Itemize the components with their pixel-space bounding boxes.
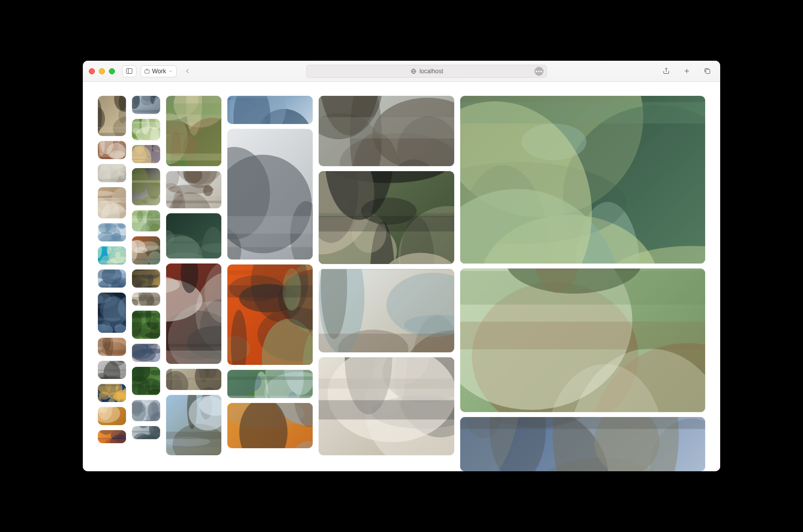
photo-tile-river-sunset-pano[interactable] <box>132 344 160 362</box>
svg-rect-234 <box>132 271 160 275</box>
zoom-window-button[interactable] <box>109 68 115 74</box>
photo-tile-ruined-columns[interactable] <box>166 369 221 390</box>
svg-rect-334 <box>166 201 221 203</box>
photo-tile-grass-deer[interactable] <box>132 210 160 231</box>
photo-tile-geothermal-spring[interactable] <box>227 403 313 448</box>
photo-tile-glacier-aerial[interactable] <box>98 223 126 241</box>
photo-tile-greenery-hedge[interactable] <box>132 367 160 395</box>
svg-rect-467 <box>319 269 454 270</box>
tab-overview-button[interactable] <box>701 65 714 77</box>
photo-tile-succulent-top[interactable] <box>166 213 221 258</box>
photo-tile-clouds-mountain-ridge[interactable] <box>460 417 705 471</box>
photo-tile-gallery-wall-strip[interactable] <box>132 293 160 306</box>
new-tab-button[interactable] <box>680 65 694 77</box>
svg-point-428 <box>239 403 288 448</box>
photo-tile-baroque-palace[interactable] <box>98 164 126 182</box>
photo-tile-streetlamp-alley[interactable] <box>166 263 221 364</box>
svg-rect-245 <box>132 297 160 301</box>
minimize-window-button[interactable] <box>99 68 105 74</box>
masonry-column <box>460 96 705 471</box>
photo-tile-wildflower-meadow[interactable] <box>132 119 160 140</box>
photo-tile-shoreline-rocks[interactable] <box>132 426 160 439</box>
masonry-column <box>227 96 313 471</box>
chevron-down-icon <box>168 69 173 74</box>
back-button[interactable] <box>181 65 194 77</box>
photo-tile-books-plant-still[interactable] <box>132 236 160 264</box>
photo-tile-wall-clock-industrial[interactable] <box>319 357 454 455</box>
svg-rect-17 <box>98 127 126 128</box>
svg-rect-376 <box>166 432 221 439</box>
photo-tile-overpass-underside[interactable] <box>98 361 126 379</box>
photo-tile-night-bridge-blue[interactable] <box>98 384 126 402</box>
svg-rect-165 <box>132 108 160 109</box>
svg-rect-155 <box>98 439 126 443</box>
svg-rect-18 <box>98 133 126 136</box>
photo-tile-oculus-ribs[interactable] <box>227 129 313 259</box>
svg-rect-491 <box>460 102 705 123</box>
svg-rect-179 <box>132 122 160 123</box>
photo-tile-torii-gates-path[interactable] <box>227 264 313 365</box>
photo-tile-skyscraper-night[interactable] <box>98 293 126 333</box>
chevron-left-icon <box>184 67 191 75</box>
photo-tile-castle-ruin-sky[interactable] <box>166 395 221 455</box>
photo-tile-frosty-branches[interactable] <box>132 400 160 421</box>
svg-rect-166 <box>132 110 160 112</box>
close-window-button[interactable] <box>89 68 95 74</box>
photo-tile-tropical-lagoon[interactable] <box>98 246 126 264</box>
photo-tile-ufo-ring-dark[interactable] <box>132 270 160 288</box>
masonry-column <box>166 96 221 471</box>
globe-icon <box>411 68 417 74</box>
svg-rect-342 <box>166 241 221 244</box>
photo-tile-alpine-meadow[interactable] <box>227 370 313 398</box>
svg-rect-201 <box>132 174 160 179</box>
photo-tile-wren-on-lichen-branch[interactable] <box>460 269 705 412</box>
svg-rect-190 <box>132 159 160 160</box>
photo-tile-calla-lily-dark[interactable] <box>132 168 160 205</box>
svg-rect-479 <box>319 400 454 419</box>
photo-tile-mountain-lake-pano[interactable] <box>227 96 313 124</box>
window-controls <box>89 68 115 74</box>
photo-tile-crow-on-log[interactable] <box>319 171 454 264</box>
photo-tile-city-dusk-skyline[interactable] <box>132 145 160 163</box>
share-button[interactable] <box>659 65 673 77</box>
svg-rect-136 <box>98 384 126 386</box>
photo-tile-arch-monument[interactable] <box>98 187 126 218</box>
tab-group-picker[interactable]: Work <box>141 65 177 77</box>
photo-tile-sunset-strip[interactable] <box>98 430 126 443</box>
address-bar-location: localhost <box>420 68 443 75</box>
svg-rect-91 <box>98 273 126 278</box>
svg-rect-386 <box>227 96 313 98</box>
page-viewport <box>83 82 720 471</box>
svg-rect-420 <box>227 376 313 380</box>
photo-tile-pastry-closeup[interactable] <box>98 338 126 356</box>
svg-point-384 <box>230 96 286 124</box>
photo-tile-shrubs-aerial[interactable] <box>132 311 160 339</box>
photo-tile-pelicans-flying[interactable] <box>319 96 454 166</box>
photo-tile-bluebird-branch[interactable] <box>98 270 126 288</box>
photo-tile-autumn-leaves[interactable] <box>98 407 126 425</box>
svg-rect-213 <box>132 218 160 220</box>
svg-rect-409 <box>227 286 313 298</box>
plus-icon <box>683 67 691 75</box>
svg-rect-122 <box>98 373 126 374</box>
svg-rect-68 <box>98 224 126 227</box>
svg-rect-82 <box>98 260 126 264</box>
photo-tile-bamboo-boardwalk[interactable] <box>166 96 221 166</box>
page-settings-button[interactable]: ••• <box>534 67 544 76</box>
photo-tile-driftwood-beach[interactable] <box>166 171 221 208</box>
photo-tile-bridge-cables[interactable] <box>132 96 160 114</box>
svg-point-267 <box>132 349 156 361</box>
photo-tile-bee-macro[interactable] <box>98 96 126 136</box>
photo-tile-bokeh-forest-abstract[interactable] <box>460 96 705 263</box>
svg-rect-375 <box>166 447 221 454</box>
svg-rect-123 <box>98 370 126 371</box>
address-bar[interactable]: localhost ••• <box>306 65 547 78</box>
svg-rect-333 <box>166 196 221 199</box>
svg-rect-104 <box>98 332 126 333</box>
photo-tile-brick-facade[interactable] <box>98 141 126 159</box>
svg-rect-503 <box>460 322 705 350</box>
photo-tile-pier-camera-sea[interactable] <box>319 269 454 352</box>
sidebar-toggle-button[interactable] <box>122 65 137 77</box>
svg-rect-223 <box>132 259 160 260</box>
svg-rect-54 <box>98 198 126 203</box>
